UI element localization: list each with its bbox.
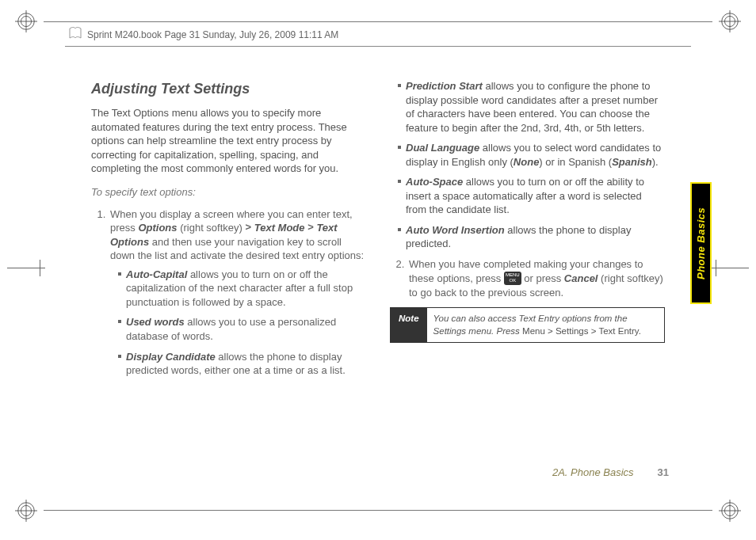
option-item: Display Candidate allows the phone to di…: [118, 350, 366, 378]
option-desc: ).: [652, 156, 659, 168]
chevron-right-icon: >: [545, 326, 556, 336]
crop-mark-icon: [718, 499, 742, 523]
procedure-subhead: To specify text options:: [91, 185, 366, 200]
side-tab-phone-basics: Phone Basics: [690, 182, 712, 304]
option-term: Auto-Capital: [126, 268, 187, 280]
footer-section: 2A. Phone Basics: [552, 466, 634, 478]
option-term: Auto Word Insertion: [406, 224, 505, 236]
option-term: Display Candidate: [126, 351, 216, 363]
intro-paragraph: The Text Options menu allows you to spec…: [91, 106, 366, 176]
section-heading: Adjusting Text Settings: [91, 79, 366, 98]
note-text: .: [639, 326, 641, 336]
page-footer: 2A. Phone Basics 31: [552, 466, 669, 478]
option-term: Auto-Space: [406, 176, 463, 188]
chevron-right-icon: >: [307, 221, 316, 233]
option-item: Prediction Start allows you to configure…: [398, 79, 665, 135]
option-value: Spanish: [612, 156, 652, 168]
page-number: 31: [658, 466, 669, 478]
chevron-right-icon: >: [246, 221, 252, 233]
option-term: Used words: [126, 316, 185, 328]
menu-path: Settings: [556, 326, 589, 336]
step-text: and then use your navigation key to scro…: [110, 236, 364, 262]
option-item: Used words allows you to use a personali…: [118, 315, 366, 343]
menu-path: Menu: [522, 326, 545, 336]
note-body: You can also access Text Entry options f…: [427, 308, 664, 342]
chevron-right-icon: >: [589, 326, 599, 336]
crop-hair-icon: [7, 268, 45, 268]
softkey-label: Cancel: [564, 272, 598, 284]
step-2: When you have completed making your chan…: [407, 257, 665, 299]
book-header-text: Sprint M240.book Page 31 Sunday, July 26…: [87, 29, 338, 40]
option-term: Prediction Start: [406, 80, 483, 92]
softkey-label: Options: [138, 222, 177, 234]
step-text: (right softkey): [180, 222, 245, 234]
note-label: Note: [391, 308, 427, 342]
option-term: Dual Language: [406, 142, 479, 154]
step-1: When you display a screen where you can …: [109, 207, 366, 378]
option-desc: ) or in Spanish (: [539, 156, 612, 168]
book-icon: [68, 26, 82, 43]
note-box: Note You can also access Text Entry opti…: [390, 307, 665, 343]
option-value: None: [514, 156, 540, 168]
option-item: Auto-Space allows you to turn on or off …: [398, 175, 665, 217]
crop-mark-icon: [14, 499, 38, 523]
menu-path: Text Mode: [254, 222, 305, 234]
crop-mark-icon: [718, 10, 742, 33]
crop-mark-icon: [14, 10, 38, 33]
option-item: Auto-Capital allows you to turn on or of…: [118, 268, 366, 310]
menu-path: Text Entry: [598, 326, 638, 336]
option-item: Dual Language allows you to select word …: [398, 141, 665, 169]
option-item: Auto Word Insertion allows the phone to …: [398, 223, 665, 251]
crop-divider: [44, 21, 712, 22]
crop-hair-icon: [711, 268, 749, 268]
step-text: or press: [524, 272, 564, 284]
book-header: Sprint M240.book Page 31 Sunday, July 26…: [65, 26, 691, 47]
menu-ok-key-icon: MENUOK: [504, 272, 521, 285]
crop-divider: [44, 510, 712, 511]
